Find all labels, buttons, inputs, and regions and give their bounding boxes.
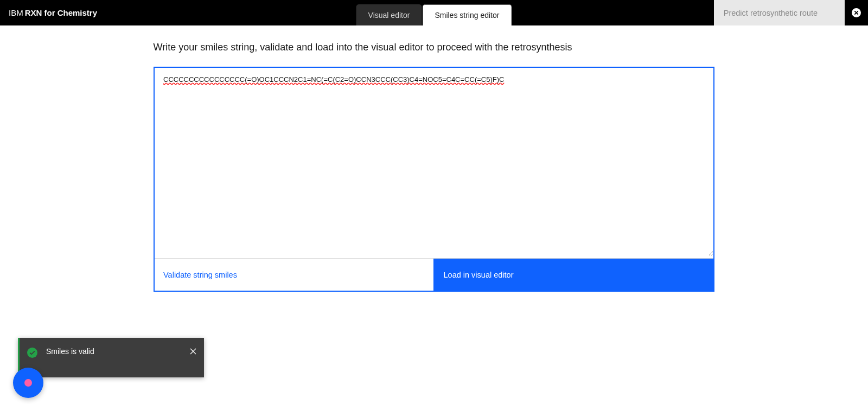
smiles-editor-container: Validate string smiles Load in visual ed… bbox=[154, 67, 714, 292]
fab-indicator-icon bbox=[24, 379, 32, 387]
load-button-label: Load in visual editor bbox=[444, 271, 514, 279]
load-visual-editor-button[interactable]: Load in visual editor bbox=[433, 259, 714, 291]
main-content: Write your smiles string, validate and l… bbox=[0, 25, 868, 292]
tab-smiles-editor[interactable]: Smiles string editor bbox=[422, 4, 512, 25]
close-filled-icon bbox=[852, 8, 861, 17]
editor-tabs: Visual editor Smiles string editor bbox=[356, 0, 512, 25]
instruction-text: Write your smiles string, validate and l… bbox=[154, 42, 714, 53]
help-fab-button[interactable] bbox=[13, 368, 43, 398]
smiles-input[interactable] bbox=[155, 68, 713, 256]
predict-retrosynthetic-button[interactable]: Predict retrosynthetic route bbox=[714, 0, 845, 25]
validate-button-label: Validate string smiles bbox=[163, 271, 237, 279]
app-logo: IBM RXN for Chemistry bbox=[9, 8, 97, 17]
validate-smiles-button[interactable]: Validate string smiles bbox=[155, 259, 433, 291]
editor-buttons-row: Validate string smiles Load in visual ed… bbox=[155, 259, 713, 291]
validation-toast: Smiles is valid bbox=[18, 338, 204, 377]
smiles-textarea-wrap bbox=[155, 68, 713, 259]
close-icon bbox=[190, 348, 196, 355]
predict-button-label: Predict retrosynthetic route bbox=[724, 9, 818, 17]
svg-point-1 bbox=[27, 348, 37, 358]
check-circle-icon bbox=[27, 348, 37, 360]
logo-brand-rxn: RXN for Chemistry bbox=[25, 8, 97, 17]
logo-brand-ibm: IBM bbox=[9, 8, 23, 17]
app-header: IBM RXN for Chemistry Visual editor Smil… bbox=[0, 0, 868, 25]
tab-smiles-editor-label: Smiles string editor bbox=[435, 11, 499, 20]
close-button[interactable] bbox=[845, 0, 868, 25]
tab-visual-editor-label: Visual editor bbox=[368, 11, 410, 20]
toast-close-button[interactable] bbox=[190, 348, 196, 356]
toast-message-text: Smiles is valid bbox=[46, 347, 190, 356]
tab-visual-editor[interactable]: Visual editor bbox=[356, 4, 422, 25]
